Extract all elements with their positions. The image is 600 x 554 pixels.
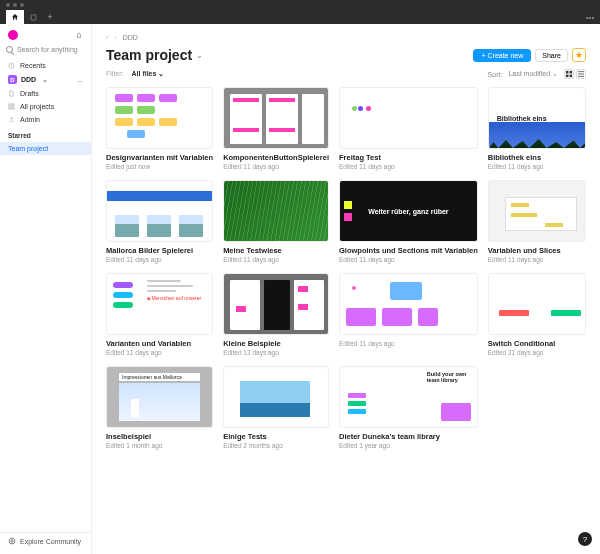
svg-rect-9 — [570, 71, 572, 73]
file-meta: Edited 11 days ago — [488, 163, 586, 170]
file-title: Inselbeispiel — [106, 432, 213, 441]
search-input[interactable]: Search for anything — [6, 46, 85, 53]
svg-rect-2 — [9, 104, 11, 106]
star-project-button[interactable]: ★ — [572, 48, 586, 62]
tab-strip: + ••• — [0, 10, 600, 24]
file-meta: Edited 11 days ago — [106, 349, 213, 356]
sort-value[interactable]: Last modified ⌄ — [508, 70, 558, 78]
nav-all-projects[interactable]: All projects — [0, 100, 91, 113]
nav-drafts[interactable]: Drafts — [0, 87, 91, 100]
file-card[interactable]: Designvarianten mit VariablenEdited just… — [106, 87, 213, 170]
file-title: Dieter Duneka's team library — [339, 432, 478, 441]
file-title: Einige Tests — [223, 432, 329, 441]
svg-rect-5 — [12, 107, 14, 109]
svg-rect-8 — [566, 71, 568, 73]
file-card[interactable]: Edited 11 days ago — [339, 273, 478, 356]
clock-icon — [8, 62, 15, 69]
page-title: Team project — [106, 47, 192, 63]
nav-admin[interactable]: Admin — [0, 113, 91, 126]
file-title: Mallorca Bilder Spielerei — [106, 246, 213, 255]
file-card[interactable]: Mallorca Bilder SpielereiEdited 11 days … — [106, 180, 213, 263]
file-card[interactable]: Weiter rüber, ganz rüberGlowpoints und S… — [339, 180, 478, 263]
sidebar: Search for anything Recents D DDD ⌄ … Dr… — [0, 24, 92, 554]
file-title: Glowpoints und Sections mit Variablen — [339, 246, 478, 255]
file-card[interactable]: Variablen und SlicesEdited 11 days ago — [488, 180, 586, 263]
figjam-tab[interactable] — [24, 10, 42, 24]
chevron-down-icon: ⌄ — [158, 70, 164, 77]
file-thumbnail — [339, 87, 478, 149]
traffic-lights[interactable] — [6, 3, 24, 7]
user-avatar[interactable] — [8, 30, 18, 40]
file-title: Kleine Beispiele — [223, 339, 329, 348]
team-switcher[interactable]: D DDD ⌄ … — [0, 72, 91, 87]
nav-label: Admin — [20, 116, 40, 123]
file-thumbnail: Build your own team library — [339, 366, 478, 428]
file-thumbnail — [223, 180, 329, 242]
file-thumbnail — [223, 366, 329, 428]
tab-overflow-menu[interactable]: ••• — [580, 10, 600, 24]
svg-rect-4 — [9, 107, 11, 109]
list-view-toggle[interactable] — [576, 69, 586, 79]
notifications-icon[interactable] — [75, 31, 83, 40]
nav-recents[interactable]: Recents — [0, 59, 91, 72]
footer-label: Explore Community — [20, 538, 81, 545]
file-card[interactable]: Switch ConditionalEdited 21 days ago — [488, 273, 586, 356]
starred-section-header: Starred — [0, 126, 91, 142]
svg-rect-11 — [570, 75, 572, 77]
file-thumbnail — [223, 273, 329, 335]
file-thumbnail: Bibliothek eins — [488, 87, 586, 149]
starred-team-project[interactable]: Team project — [0, 142, 91, 155]
file-card[interactable]: Kleine BeispieleEdited 13 days ago — [223, 273, 329, 356]
file-grid: Designvarianten mit VariablenEdited just… — [106, 87, 586, 449]
file-meta: Edited 11 days ago — [339, 163, 478, 170]
search-icon — [6, 46, 13, 53]
help-button[interactable]: ? — [578, 532, 592, 546]
file-meta: Edited 11 days ago — [488, 256, 586, 263]
file-title: Switch Conditional — [488, 339, 586, 348]
file-card[interactable]: Einige TestsEdited 2 months ago — [223, 366, 329, 449]
file-card[interactable]: Impressionen aus MallorcaInselbeispielEd… — [106, 366, 213, 449]
file-meta: Edited 11 days ago — [339, 340, 478, 347]
file-card[interactable]: Meine TestwieseEdited 11 days ago — [223, 180, 329, 263]
file-meta: Edited just now — [106, 163, 213, 170]
nav-label: All projects — [20, 103, 54, 110]
breadcrumb-item[interactable]: DDD — [123, 34, 138, 41]
file-thumbnail: Weiter rüber, ganz rüber — [339, 180, 478, 242]
svg-rect-14 — [578, 76, 584, 77]
file-card[interactable]: Freitag TestEdited 11 days ago — [339, 87, 478, 170]
file-title: Meine Testwiese — [223, 246, 329, 255]
file-card[interactable]: Build your own team libraryDieter Duneka… — [339, 366, 478, 449]
filter-value[interactable]: All files ⌄ — [132, 70, 165, 78]
svg-rect-3 — [12, 104, 14, 106]
grid-view-toggle[interactable] — [564, 69, 574, 79]
file-title: Freitag Test — [339, 153, 478, 162]
home-tab[interactable] — [6, 10, 24, 24]
explore-community-link[interactable]: Explore Community — [0, 532, 91, 550]
file-thumbnail — [339, 273, 478, 335]
create-new-button[interactable]: + Create new — [473, 49, 531, 62]
file-title: Bibliothek eins — [488, 153, 586, 162]
file-meta: Edited 1 month ago — [106, 442, 213, 449]
svg-rect-0 — [31, 14, 36, 19]
file-card[interactable]: Bibliothek einsBibliothek einsEdited 11 … — [488, 87, 586, 170]
svg-rect-13 — [578, 73, 584, 74]
breadcrumb-back-icon[interactable]: ‹ — [106, 34, 108, 41]
file-card[interactable]: ■ Menschen auf unsererVarianten und Vari… — [106, 273, 213, 356]
file-thumbnail — [106, 87, 213, 149]
share-button[interactable]: Share — [535, 49, 568, 62]
search-placeholder: Search for anything — [17, 46, 78, 53]
file-meta: Edited 11 days ago — [106, 256, 213, 263]
new-tab-button[interactable]: + — [42, 10, 58, 24]
title-menu-chevron[interactable]: ⌄ — [196, 51, 203, 60]
file-meta: Edited 2 months ago — [223, 442, 329, 449]
file-thumbnail — [106, 180, 213, 242]
home-icon — [11, 13, 19, 21]
team-badge-icon: D — [8, 75, 17, 84]
file-card[interactable]: KomponentenButtonSpielereiEdited 11 days… — [223, 87, 329, 170]
file-title: Varianten und Variablen — [106, 339, 213, 348]
file-meta: Edited 11 days ago — [339, 256, 478, 263]
file-title: Designvarianten mit Variablen — [106, 153, 213, 162]
file-thumbnail: Impressionen aus Mallorca — [106, 366, 213, 428]
file-title: Variablen und Slices — [488, 246, 586, 255]
person-icon — [8, 116, 15, 123]
